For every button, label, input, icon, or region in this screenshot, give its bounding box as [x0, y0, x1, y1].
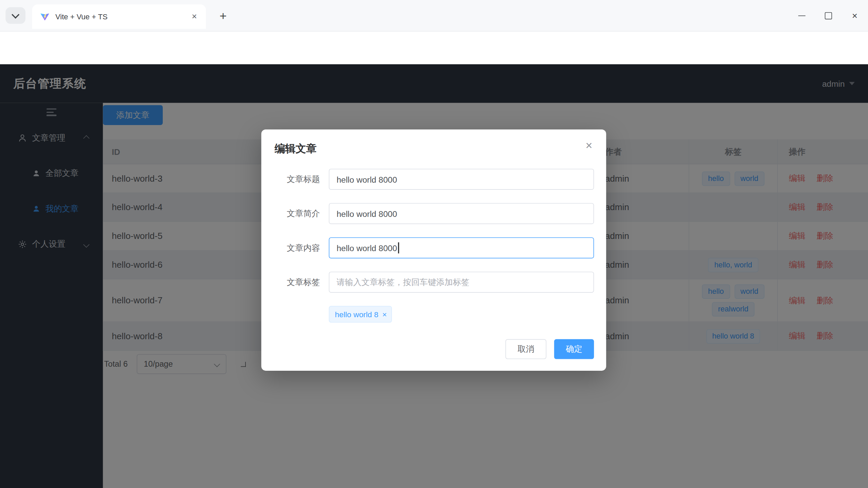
tag-chip: hello world 8 × [329, 306, 392, 323]
dialog-close-icon[interactable]: × [582, 138, 596, 152]
tab-close-icon[interactable]: × [188, 11, 200, 23]
maximize-icon [825, 12, 832, 19]
article-content-value: hello world 8000 [337, 243, 397, 253]
field-label-tags: 文章标签 [261, 277, 329, 287]
cancel-button[interactable]: 取消 [506, 339, 547, 359]
minimize-icon [798, 15, 805, 16]
browser-toolbar: i localhost:5173/#/article/me A ☆ ❖ A [0, 32, 868, 64]
vite-favicon-icon [40, 12, 50, 21]
article-summary-input[interactable]: hello world 8000 [329, 203, 594, 224]
field-label-title: 文章标题 [261, 174, 329, 184]
tag-chip-label: hello world 8 [335, 310, 378, 319]
tag-remove-icon[interactable]: × [382, 310, 387, 318]
article-title-value: hello world 8000 [337, 175, 397, 184]
close-icon: × [852, 11, 857, 20]
field-label-summary: 文章简介 [261, 208, 329, 219]
article-tags-input[interactable]: 请输入文章标签，按回车键添加标签 [329, 272, 594, 293]
window-controls: × [788, 0, 868, 31]
web-page: 后台管理系统 admin 文章管理 [0, 64, 868, 488]
close-button[interactable]: × [842, 0, 868, 31]
tags-placeholder: 请输入文章标签，按回车键添加标签 [337, 277, 470, 287]
minimize-button[interactable] [788, 0, 815, 31]
text-cursor [398, 242, 399, 253]
tab-title: Vite + Vue + TS [55, 13, 188, 21]
field-label-content: 文章内容 [261, 243, 329, 253]
browser-tab[interactable]: Vite + Vue + TS × [32, 4, 206, 29]
article-content-input[interactable]: hello world 8000 [329, 237, 594, 258]
edit-article-dialog: 编辑文章 × 文章标题 hello world 8000 文章简介 hello … [261, 129, 606, 371]
dialog-title: 编辑文章 [275, 142, 317, 156]
confirm-button[interactable]: 确定 [554, 339, 594, 359]
tab-search-button[interactable] [5, 7, 25, 24]
dialog-form: 文章标题 hello world 8000 文章简介 hello world 8… [261, 169, 594, 323]
article-title-input[interactable]: hello world 8000 [329, 169, 594, 190]
browser-window: Vite + Vue + TS × + × i localhost:5173/# [0, 0, 868, 488]
new-tab-button[interactable]: + [215, 8, 231, 24]
maximize-button[interactable] [815, 0, 841, 31]
article-summary-value: hello world 8000 [337, 209, 397, 218]
chevron-down-icon [12, 11, 19, 19]
dialog-footer: 取消 确定 [506, 339, 594, 359]
tab-strip: Vite + Vue + TS × + × [0, 0, 868, 32]
